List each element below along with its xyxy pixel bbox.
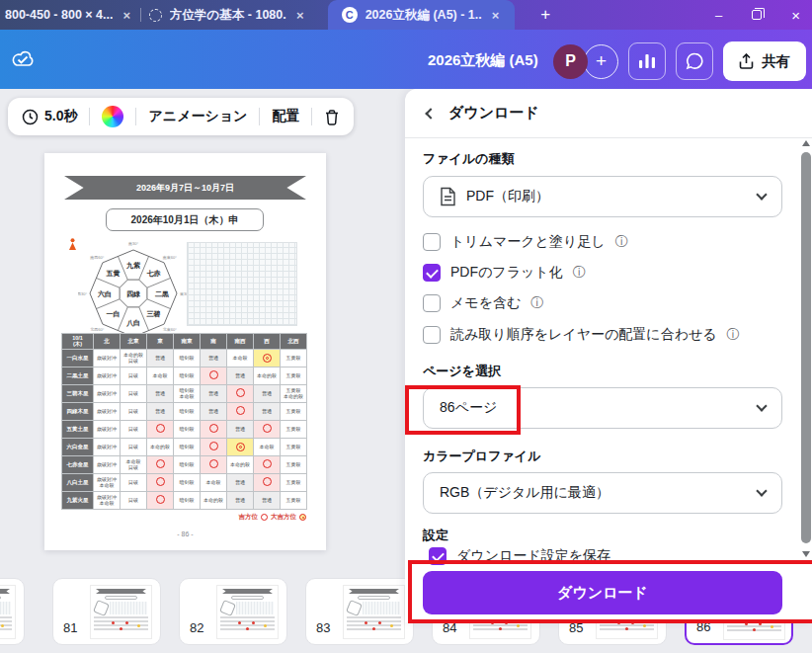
checkbox-box[interactable] bbox=[423, 233, 441, 251]
insights-button[interactable] bbox=[628, 42, 666, 80]
direction-cell: 日破 bbox=[121, 367, 147, 385]
duration-control[interactable]: 5.0秒 bbox=[22, 108, 77, 125]
user-avatar[interactable]: P bbox=[553, 44, 588, 79]
tab-close-icon[interactable]: × bbox=[490, 8, 502, 23]
grid-paper bbox=[187, 242, 297, 326]
svg-text:一白: 一白 bbox=[106, 310, 120, 318]
table-legend: 吉方位 大吉方位 bbox=[239, 513, 307, 522]
legend-daiyoshi-label: 大吉方位 bbox=[271, 513, 296, 522]
annotation-box-pages bbox=[405, 385, 521, 435]
row-label: 四緑木星 bbox=[62, 403, 94, 421]
svg-text:二黒: 二黒 bbox=[155, 290, 169, 298]
direction-cell bbox=[254, 350, 281, 367]
direction-cell: 日破 bbox=[121, 421, 147, 439]
color-profile-dropdown[interactable]: RGB（デジタル用に最適） bbox=[423, 472, 782, 514]
table-row: 八白土星歳破対冲本命殺日破暗剣殺本命殺普通五黄殺 bbox=[62, 474, 307, 492]
canvas-page[interactable]: 2026年9月7日～10月7日 2026年10月1日（木）申 九紫七赤二黒三碧八… bbox=[44, 153, 326, 550]
tab-title: 800-450 - 800 × 4... bbox=[5, 8, 113, 22]
row-label: 九紫火星 bbox=[62, 492, 94, 510]
direction-cell: 本命殺 bbox=[254, 439, 281, 456]
tab-close-icon[interactable]: × bbox=[294, 8, 306, 23]
direction-cell: 五黄殺 bbox=[281, 350, 307, 367]
double-circle-mark-icon bbox=[299, 514, 306, 521]
direction-cell: 普通 bbox=[227, 492, 254, 510]
direction-cell bbox=[147, 492, 174, 510]
delete-page-button[interactable] bbox=[324, 109, 340, 125]
chevron-down-icon bbox=[756, 189, 767, 200]
app-window: 800-450 - 800 × 4... × 方位学の基本 - 1080... … bbox=[0, 0, 812, 653]
page-thumbnail-83[interactable]: 83 bbox=[305, 578, 414, 645]
page-thumbnail-81[interactable]: 81 bbox=[52, 578, 161, 645]
svg-text:西30°: 西30° bbox=[78, 291, 87, 296]
checkbox-label: メモを含む bbox=[450, 294, 521, 312]
table-row: 一白水星歳破対冲本命的殺日破普通暗剣殺普通本命殺五黄殺 bbox=[62, 350, 307, 367]
info-icon[interactable]: ⓘ bbox=[615, 233, 628, 251]
direction-cell: 暗剣殺 bbox=[174, 439, 201, 456]
scrollbar-up-arrow[interactable] bbox=[802, 140, 810, 146]
page-thumbnail[interactable] bbox=[0, 578, 25, 645]
color-wheel-button[interactable] bbox=[102, 106, 123, 127]
table-row: 四緑木星歳破対冲日破普通暗剣殺普通普通五黄殺 bbox=[62, 403, 307, 421]
checkbox-include-notes[interactable]: メモを含む ⓘ bbox=[423, 294, 543, 312]
checkbox-box[interactable] bbox=[423, 326, 441, 344]
back-chevron-icon[interactable] bbox=[425, 108, 436, 119]
browser-tab-active[interactable]: C 2026立秋編 (A5) - 1... × bbox=[328, 0, 516, 30]
row-label: 八白土星 bbox=[62, 474, 94, 492]
position-button[interactable]: 配置 bbox=[272, 108, 299, 125]
direction-cell: 五黄殺 bbox=[281, 367, 307, 385]
add-member-button[interactable]: + bbox=[584, 44, 618, 79]
info-icon[interactable]: ⓘ bbox=[573, 264, 586, 282]
animation-button[interactable]: アニメーション bbox=[148, 108, 247, 125]
share-button[interactable]: 共有 bbox=[723, 41, 806, 81]
direction-cell: 本命殺日破 bbox=[121, 456, 147, 474]
comments-button[interactable] bbox=[676, 42, 713, 80]
direction-cell: 日破 bbox=[121, 492, 147, 510]
scrollbar-down-arrow[interactable] bbox=[802, 551, 810, 557]
tab-close-icon[interactable]: × bbox=[121, 8, 132, 23]
page-thumbnail-82[interactable]: 82 bbox=[179, 578, 287, 645]
direction-cell: 普通 bbox=[227, 474, 254, 492]
direction-cell: 五黄殺 bbox=[281, 439, 307, 456]
direction-cell bbox=[147, 456, 174, 474]
info-icon[interactable]: ⓘ bbox=[530, 294, 543, 312]
info-icon[interactable]: ⓘ bbox=[727, 326, 740, 344]
direction-cell bbox=[201, 439, 227, 456]
window-close-button[interactable]: × bbox=[791, 8, 800, 23]
tab-title: 方位学の基本 - 1080... bbox=[170, 7, 286, 24]
checkbox-label: トリムマークと塗り足し bbox=[450, 233, 606, 251]
direction-cell: 五黄殺本命的殺 bbox=[281, 385, 307, 403]
direction-cell: 普通 bbox=[201, 350, 227, 367]
restore-button[interactable] bbox=[752, 10, 762, 20]
browser-tab-1[interactable]: 800-450 - 800 × 4... × bbox=[0, 0, 140, 30]
scrollbar-thumb[interactable] bbox=[801, 152, 811, 543]
file-type-dropdown[interactable]: PDF（印刷） bbox=[423, 176, 782, 217]
direction-cell: 五黄殺 bbox=[281, 403, 307, 421]
direction-cell: 歳破対冲 bbox=[94, 367, 121, 385]
checkbox-flatten-pdf[interactable]: PDFのフラット化 ⓘ bbox=[423, 264, 586, 282]
direction-cell bbox=[147, 421, 174, 439]
checkbox-box-checked[interactable] bbox=[423, 264, 441, 282]
thumbnail-page-number: 81 bbox=[63, 620, 77, 635]
svg-text:北東60°: 北東60° bbox=[163, 327, 177, 332]
browser-tab-2[interactable]: 方位学の基本 - 1080... × bbox=[141, 0, 314, 30]
row-label: 六白金星 bbox=[62, 439, 94, 456]
thumbnail-page-number: 82 bbox=[190, 620, 203, 635]
table-row: 九紫火星歳破対冲本命殺日破暗剣殺本命的殺普通普通五黄殺 bbox=[62, 492, 307, 510]
minimize-button[interactable]: – bbox=[715, 9, 722, 22]
direction-cell: 歳破対冲 bbox=[94, 385, 121, 403]
direction-cell: 日破 bbox=[121, 439, 147, 456]
file-type-label: ファイルの種類 bbox=[423, 150, 515, 168]
direction-cell: 歳破対冲本命殺 bbox=[94, 474, 121, 492]
direction-cell bbox=[201, 421, 227, 439]
document-title[interactable]: 2026立秋編 (A5) bbox=[428, 51, 538, 70]
checkbox-trim-marks[interactable]: トリムマークと塗り足し ⓘ bbox=[423, 233, 628, 251]
new-tab-button[interactable]: + bbox=[540, 5, 550, 25]
compass-svg: 九紫七赤二黒三碧八白一白六白五黄四緑南30°南東60°東30°北東60°北30°… bbox=[78, 236, 189, 347]
file-icon bbox=[440, 187, 456, 206]
direction-cell: 歳破対冲 bbox=[94, 439, 121, 456]
direction-cell: 普通 bbox=[147, 385, 174, 403]
checkbox-box[interactable] bbox=[423, 294, 441, 312]
direction-cell: 暗剣殺 bbox=[174, 403, 201, 421]
direction-cell: 普通 bbox=[147, 350, 174, 367]
checkbox-reading-order[interactable]: 読み取り順序をレイヤーの配置に合わせる ⓘ bbox=[423, 326, 740, 344]
